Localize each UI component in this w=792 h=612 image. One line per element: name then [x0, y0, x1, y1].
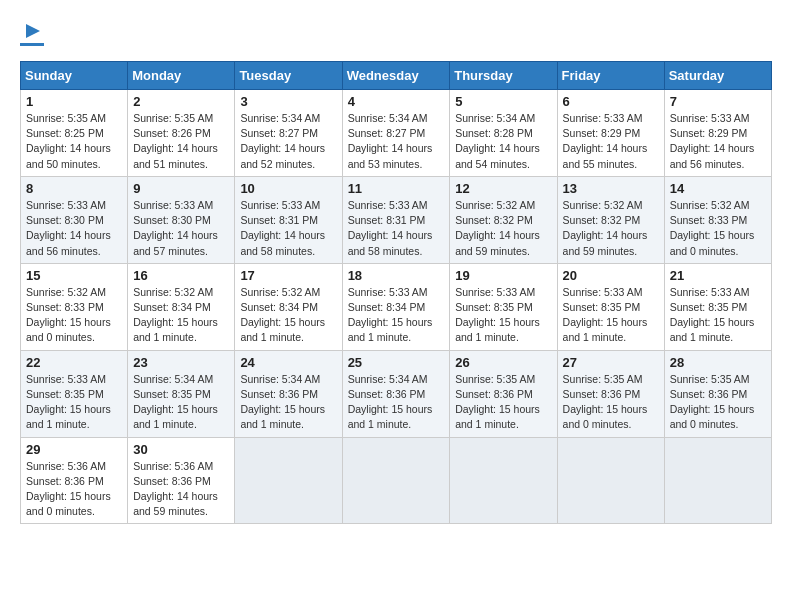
- day-number: 1: [26, 94, 122, 109]
- calendar-cell: 29 Sunrise: 5:36 AM Sunset: 8:36 PM Dayl…: [21, 437, 128, 524]
- calendar-cell: 12 Sunrise: 5:32 AM Sunset: 8:32 PM Dayl…: [450, 176, 557, 263]
- calendar-cell: [557, 437, 664, 524]
- calendar-cell: 19 Sunrise: 5:33 AM Sunset: 8:35 PM Dayl…: [450, 263, 557, 350]
- day-daylight: Daylight: 15 hours and 1 minute.: [26, 403, 111, 430]
- calendar-cell: [235, 437, 342, 524]
- calendar-week-2: 8 Sunrise: 5:33 AM Sunset: 8:30 PM Dayli…: [21, 176, 772, 263]
- day-sunset: Sunset: 8:35 PM: [563, 301, 641, 313]
- calendar-cell: 13 Sunrise: 5:32 AM Sunset: 8:32 PM Dayl…: [557, 176, 664, 263]
- day-daylight: Daylight: 15 hours and 0 minutes.: [26, 316, 111, 343]
- day-sunrise: Sunrise: 5:33 AM: [133, 199, 213, 211]
- day-sunrise: Sunrise: 5:34 AM: [240, 373, 320, 385]
- day-number: 30: [133, 442, 229, 457]
- day-daylight: Daylight: 14 hours and 54 minutes.: [455, 142, 540, 169]
- day-sunset: Sunset: 8:34 PM: [240, 301, 318, 313]
- weekday-header-wednesday: Wednesday: [342, 62, 450, 90]
- day-sunrise: Sunrise: 5:34 AM: [133, 373, 213, 385]
- day-sunrise: Sunrise: 5:32 AM: [26, 286, 106, 298]
- svg-marker-0: [26, 24, 40, 38]
- weekday-header-friday: Friday: [557, 62, 664, 90]
- weekday-header-thursday: Thursday: [450, 62, 557, 90]
- calendar-cell: 18 Sunrise: 5:33 AM Sunset: 8:34 PM Dayl…: [342, 263, 450, 350]
- day-number: 9: [133, 181, 229, 196]
- day-number: 7: [670, 94, 766, 109]
- day-sunset: Sunset: 8:36 PM: [455, 388, 533, 400]
- day-sunrise: Sunrise: 5:33 AM: [563, 112, 643, 124]
- day-daylight: Daylight: 15 hours and 1 minute.: [348, 403, 433, 430]
- calendar-week-3: 15 Sunrise: 5:32 AM Sunset: 8:33 PM Dayl…: [21, 263, 772, 350]
- calendar-cell: [342, 437, 450, 524]
- day-number: 21: [670, 268, 766, 283]
- calendar-cell: 24 Sunrise: 5:34 AM Sunset: 8:36 PM Dayl…: [235, 350, 342, 437]
- day-sunrise: Sunrise: 5:33 AM: [26, 199, 106, 211]
- calendar-cell: 5 Sunrise: 5:34 AM Sunset: 8:28 PM Dayli…: [450, 90, 557, 177]
- day-sunset: Sunset: 8:34 PM: [348, 301, 426, 313]
- calendar-cell: 1 Sunrise: 5:35 AM Sunset: 8:25 PM Dayli…: [21, 90, 128, 177]
- day-daylight: Daylight: 15 hours and 1 minute.: [133, 403, 218, 430]
- calendar-cell: 4 Sunrise: 5:34 AM Sunset: 8:27 PM Dayli…: [342, 90, 450, 177]
- calendar-cell: 22 Sunrise: 5:33 AM Sunset: 8:35 PM Dayl…: [21, 350, 128, 437]
- day-daylight: Daylight: 14 hours and 59 minutes.: [455, 229, 540, 256]
- calendar-cell: 20 Sunrise: 5:33 AM Sunset: 8:35 PM Dayl…: [557, 263, 664, 350]
- day-daylight: Daylight: 14 hours and 53 minutes.: [348, 142, 433, 169]
- calendar-cell: 28 Sunrise: 5:35 AM Sunset: 8:36 PM Dayl…: [664, 350, 771, 437]
- weekday-header-monday: Monday: [128, 62, 235, 90]
- day-daylight: Daylight: 14 hours and 56 minutes.: [26, 229, 111, 256]
- day-number: 10: [240, 181, 336, 196]
- day-sunset: Sunset: 8:35 PM: [133, 388, 211, 400]
- day-daylight: Daylight: 15 hours and 1 minute.: [348, 316, 433, 343]
- day-sunset: Sunset: 8:28 PM: [455, 127, 533, 139]
- calendar-cell: 2 Sunrise: 5:35 AM Sunset: 8:26 PM Dayli…: [128, 90, 235, 177]
- day-sunrise: Sunrise: 5:33 AM: [348, 199, 428, 211]
- weekday-header-sunday: Sunday: [21, 62, 128, 90]
- day-sunrise: Sunrise: 5:32 AM: [455, 199, 535, 211]
- day-number: 29: [26, 442, 122, 457]
- day-daylight: Daylight: 14 hours and 55 minutes.: [563, 142, 648, 169]
- calendar-cell: 26 Sunrise: 5:35 AM Sunset: 8:36 PM Dayl…: [450, 350, 557, 437]
- day-daylight: Daylight: 15 hours and 1 minute.: [240, 316, 325, 343]
- day-sunrise: Sunrise: 5:33 AM: [670, 286, 750, 298]
- day-number: 15: [26, 268, 122, 283]
- day-daylight: Daylight: 14 hours and 56 minutes.: [670, 142, 755, 169]
- calendar-week-5: 29 Sunrise: 5:36 AM Sunset: 8:36 PM Dayl…: [21, 437, 772, 524]
- day-daylight: Daylight: 15 hours and 0 minutes.: [26, 490, 111, 517]
- day-sunset: Sunset: 8:35 PM: [455, 301, 533, 313]
- day-number: 12: [455, 181, 551, 196]
- day-sunset: Sunset: 8:25 PM: [26, 127, 104, 139]
- calendar-cell: 16 Sunrise: 5:32 AM Sunset: 8:34 PM Dayl…: [128, 263, 235, 350]
- day-sunrise: Sunrise: 5:33 AM: [563, 286, 643, 298]
- day-sunset: Sunset: 8:29 PM: [563, 127, 641, 139]
- day-daylight: Daylight: 15 hours and 1 minute.: [563, 316, 648, 343]
- weekday-header-tuesday: Tuesday: [235, 62, 342, 90]
- calendar-cell: [664, 437, 771, 524]
- day-daylight: Daylight: 15 hours and 0 minutes.: [670, 229, 755, 256]
- day-sunset: Sunset: 8:30 PM: [26, 214, 104, 226]
- day-number: 26: [455, 355, 551, 370]
- day-sunset: Sunset: 8:26 PM: [133, 127, 211, 139]
- day-sunrise: Sunrise: 5:33 AM: [26, 373, 106, 385]
- calendar-cell: 15 Sunrise: 5:32 AM Sunset: 8:33 PM Dayl…: [21, 263, 128, 350]
- day-number: 24: [240, 355, 336, 370]
- calendar-cell: 30 Sunrise: 5:36 AM Sunset: 8:36 PM Dayl…: [128, 437, 235, 524]
- day-sunrise: Sunrise: 5:35 AM: [670, 373, 750, 385]
- calendar-cell: 8 Sunrise: 5:33 AM Sunset: 8:30 PM Dayli…: [21, 176, 128, 263]
- calendar-cell: 27 Sunrise: 5:35 AM Sunset: 8:36 PM Dayl…: [557, 350, 664, 437]
- calendar-cell: 17 Sunrise: 5:32 AM Sunset: 8:34 PM Dayl…: [235, 263, 342, 350]
- day-daylight: Daylight: 14 hours and 52 minutes.: [240, 142, 325, 169]
- day-number: 2: [133, 94, 229, 109]
- day-sunset: Sunset: 8:30 PM: [133, 214, 211, 226]
- day-number: 16: [133, 268, 229, 283]
- calendar-cell: [450, 437, 557, 524]
- day-number: 13: [563, 181, 659, 196]
- day-sunset: Sunset: 8:33 PM: [26, 301, 104, 313]
- day-number: 27: [563, 355, 659, 370]
- day-sunset: Sunset: 8:35 PM: [670, 301, 748, 313]
- day-sunrise: Sunrise: 5:32 AM: [133, 286, 213, 298]
- day-daylight: Daylight: 15 hours and 1 minute.: [133, 316, 218, 343]
- day-sunrise: Sunrise: 5:36 AM: [26, 460, 106, 472]
- day-sunrise: Sunrise: 5:34 AM: [240, 112, 320, 124]
- calendar-week-1: 1 Sunrise: 5:35 AM Sunset: 8:25 PM Dayli…: [21, 90, 772, 177]
- day-sunrise: Sunrise: 5:33 AM: [240, 199, 320, 211]
- day-number: 28: [670, 355, 766, 370]
- day-sunset: Sunset: 8:31 PM: [348, 214, 426, 226]
